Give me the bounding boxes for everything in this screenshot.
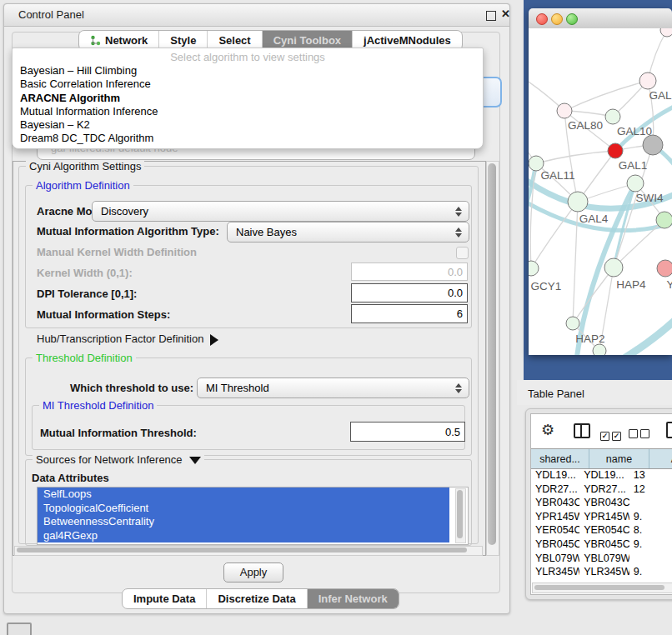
dpi-tolerance-field[interactable] [351,283,468,302]
gear-icon[interactable]: ⚙ [541,421,554,439]
kernel-width-field[interactable] [351,262,468,281]
table-horizontal-scrollbar[interactable] [532,582,672,593]
table-cell: 9 [629,579,672,582]
table-row[interactable]: YBL079WYBL079W [531,552,672,566]
table-cell: YBL079W [531,552,579,566]
hub-definition-toggle[interactable]: Hub/Transcription Factor Definition [37,332,218,346]
chevron-right-icon [210,334,218,346]
table-row[interactable]: YBR043CYBR043C [531,496,672,510]
attribute-item-betweennesscentrality[interactable]: BetweennessCentrality [38,515,449,529]
network-node[interactable] [605,109,620,124]
mi-threshold-label: Mutual Information Threshold: [40,427,197,439]
mi-threshold-field[interactable] [350,422,465,442]
network-edge[interactable] [531,202,578,268]
table-row[interactable]: YBR045CYBR045C9. [531,538,672,552]
split-columns-icon[interactable] [574,423,590,438]
mi-steps-label: Mutual Information Steps: [37,308,170,321]
deselect-all-checkboxes-icon[interactable] [629,427,652,442]
settings-horizontal-scrollbar[interactable] [14,546,483,556]
table-cell: YIL052C [579,579,629,582]
minimize-traffic-light-icon[interactable] [551,13,563,25]
tab-label: Style [170,34,196,47]
network-node[interactable] [643,135,663,155]
algorithm-option-bayesian-hill-climbing[interactable]: Bayesian – Hill Climbing [13,64,483,78]
stepper-icon [452,228,465,238]
maximize-traffic-light-icon[interactable] [566,13,578,25]
close-icon[interactable]: ✕ [501,8,510,20]
data-attributes-items: SelfLoopsTopologicalCoefficientBetweenne… [38,488,468,542]
algorithm-option-aracne-algorithm[interactable]: ARACNE Algorithm [13,92,483,105]
column-header-a[interactable]: A [649,449,672,468]
network-node-label: GAL [649,89,672,102]
table-options-icon[interactable] [666,422,672,438]
network-node[interactable] [657,260,672,277]
tab-impute-data[interactable]: Impute Data [123,589,206,608]
table-cell: YDR27... [531,482,579,497]
settings-vertical-scrollbar[interactable] [486,161,499,556]
table-cell: 8. [629,523,672,538]
network-node-label: GAL4 [579,212,609,225]
close-traffic-light-icon[interactable] [536,13,548,25]
network-node[interactable] [568,192,588,212]
network-node[interactable] [557,103,572,118]
manual-kernel-width-checkbox[interactable] [456,247,469,259]
network-edge[interactable] [619,318,672,355]
network-node[interactable] [529,261,539,276]
network-canvas[interactable]: GALGAL80GAL10GAL1GAL11SWI4GAL4GCY1HAP4YH… [529,28,672,355]
network-node[interactable] [639,72,656,89]
attributes-list-scrollbar[interactable] [455,488,466,543]
algorithm-option-mutual-information-inference[interactable]: Mutual Information Inference [13,105,483,118]
column-header-shared[interactable]: shared... [531,449,589,468]
network-node[interactable] [656,212,672,228]
network-node[interactable] [608,143,623,158]
apply-button[interactable]: Apply [223,562,283,582]
table-cell: YPR145W [579,510,629,524]
algorithm-dropdown-popup: Select algorithm to view settings Bayesi… [12,48,484,149]
network-edge[interactable] [564,81,648,111]
data-attributes-list[interactable]: SelfLoopsTopologicalCoefficientBetweenne… [37,487,469,545]
collapsed-panel-icon[interactable] [7,622,32,635]
attribute-item-topologicalcoefficient[interactable]: TopologicalCoefficient [38,502,449,516]
aracne-mode-value: Discovery [93,205,452,218]
table-row[interactable]: YDL19...YDL19...13 [531,468,672,482]
cyni-algorithm-settings-title: Cyni Algorithm Settings [26,160,144,172]
network-edge[interactable] [573,268,614,323]
tab-discretize-data[interactable]: Discretize Data [206,589,306,608]
network-node[interactable] [566,317,579,330]
aracne-mode-select[interactable]: Discovery [92,201,469,222]
attribute-item-selfloops[interactable]: SelfLoops [38,488,449,502]
mi-steps-field[interactable] [351,304,468,323]
which-threshold-select[interactable]: MI Threshold [197,378,469,398]
table-cell: YIL052C [531,579,579,582]
column-header-name[interactable]: name [589,449,649,468]
table-cell: YBR043C [531,496,579,510]
network-edge[interactable] [573,202,578,323]
network-node[interactable] [660,28,672,37]
table-cell: YDR27... [579,482,629,497]
table-row[interactable]: YDR27...YDR27...12 [531,482,672,497]
stepper-icon [452,383,465,393]
manual-kernel-width-label: Manual Kernel Width Definition [37,246,197,258]
float-window-icon[interactable] [486,11,496,21]
attribute-item-gal4rgexp[interactable]: gal4RGexp [38,529,449,543]
table-cell: YER054C [531,523,579,538]
network-node[interactable] [593,344,606,355]
table-row[interactable]: YIL052CYIL052C9 [531,579,672,582]
table-row[interactable]: YLR345WYLR345W9. [531,565,672,579]
mi-algorithm-type-select[interactable]: Naive Bayes [227,222,469,242]
algorithm-option-dream8-dc-tdc-algorithm[interactable]: Dream8 DC_TDC Algorithm [13,132,483,145]
table-row[interactable]: YPR145WYPR145W9. [531,510,672,524]
sources-group-title[interactable]: Sources for Network Inference [33,453,204,466]
algorithm-option-bayesian-k2[interactable]: Bayesian – K2 [13,118,483,132]
select-all-checkboxes-icon[interactable]: ✓✓ [600,427,624,442]
algorithm-list: Bayesian – Hill ClimbingBasic Correlatio… [13,64,483,146]
table-row[interactable]: YER054CYER054C8. [531,523,672,538]
network-edge[interactable] [536,151,615,163]
which-threshold-value: MI Threshold [198,382,452,394]
tab-label: Cyni Toolbox [273,34,341,47]
algorithm-option-basic-correlation-inference[interactable]: Basic Correlation Inference [13,78,483,91]
tab-infer-network[interactable]: Infer Network [307,589,399,608]
network-node[interactable] [627,175,644,192]
network-node[interactable] [604,258,623,277]
chevron-down-icon [189,457,201,464]
